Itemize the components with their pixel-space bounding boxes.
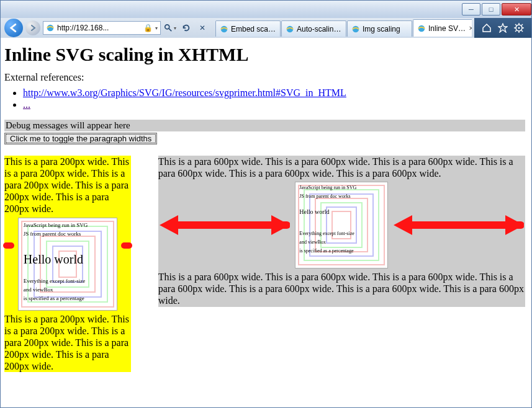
stop-button[interactable]: ✕ (196, 21, 209, 35)
debug-message-bar: Debug messages will appear here (4, 120, 525, 131)
svg-marker-19 (271, 215, 290, 235)
paragraph: This is a para 200px wide. This is a par… (4, 313, 131, 373)
titlebar: ─ □ ✕ (1, 1, 531, 18)
svg-line-16 (515, 30, 516, 32)
tab-close-icon[interactable]: ✕ (469, 25, 472, 32)
svg-text: Everything except font-size (24, 278, 85, 284)
paragraph: This is a para 600px wide. This is a par… (158, 156, 525, 179)
tab-label: Img scaling (363, 25, 400, 33)
svg-line-14 (521, 30, 523, 32)
tab-label: Auto-scaling a... (297, 25, 342, 33)
page-viewport[interactable]: Inline SVG scaling in XHTML External ref… (1, 38, 531, 407)
inline-svg: JavaScript being run in SVG JS from pare… (295, 182, 388, 268)
svg-wrapper: JavaScript being run in SVG JS from pare… (158, 179, 525, 271)
window-close-button[interactable]: ✕ (502, 3, 531, 16)
search-button[interactable]: ▾ (163, 21, 177, 35)
window-minimize-button[interactable]: ─ (462, 3, 480, 16)
list-item: ... (23, 99, 525, 110)
svg-text: is specified as a percentage (299, 248, 353, 254)
window-maximize-button[interactable]: □ (482, 3, 500, 16)
annotation-arrow-stub (3, 242, 14, 249)
svg-text: is specified as a percentage (24, 295, 84, 301)
svg-point-1 (165, 25, 169, 29)
svg-line-2 (169, 29, 171, 31)
svg-text: JavaScript being run in SVG (24, 222, 88, 228)
svg-text: and viewBox (299, 239, 325, 245)
ie-icon (286, 25, 294, 33)
svg-point-6 (418, 25, 425, 32)
ie-icon (351, 25, 360, 33)
forward-button[interactable] (25, 20, 40, 35)
command-bar (474, 18, 531, 38)
annotation-arrow-right (394, 213, 524, 237)
svg-point-8 (518, 27, 520, 29)
tab-img-scaling[interactable]: Img scaling (347, 20, 412, 37)
inline-svg: JavaScript being run in SVG JS from pare… (18, 218, 117, 311)
svg-line-15 (521, 24, 523, 25)
svg-text: JS from parent doc works (299, 193, 350, 199)
svg-text: Everything except font-size (299, 231, 354, 236)
tab-strip: Embed scaling Auto-scaling a... Img scal… (215, 19, 472, 37)
ie-icon (46, 24, 55, 32)
column-600: This is a para 600px wide. This is a par… (158, 156, 525, 307)
refresh-button[interactable] (179, 21, 193, 35)
ie-icon (417, 24, 426, 33)
tab-embed-scaling[interactable]: Embed scaling (215, 20, 281, 37)
page-title: Inline SVG scaling in XHTML (4, 44, 525, 65)
svg-point-0 (47, 25, 54, 32)
column-200: This is a para 200px wide. This is a par… (4, 156, 131, 373)
url-dropdown-icon[interactable]: ▾ (155, 25, 158, 31)
tab-label: Inline SVG s... (428, 24, 466, 33)
home-icon[interactable] (482, 23, 492, 33)
annotation-arrow-left (160, 213, 290, 237)
tab-inline-svg[interactable]: Inline SVG s... ✕ (413, 19, 472, 37)
browser-window: ─ □ ✕ http://192.168... 🔒 ▾ ▾ ✕ E (0, 0, 532, 408)
navigation-bar: http://192.168... 🔒 ▾ ▾ ✕ Embed scaling … (1, 18, 531, 38)
svg-point-3 (221, 25, 228, 32)
svg-marker-21 (394, 215, 412, 235)
svg-marker-18 (160, 215, 178, 235)
svg-text: Hello world (24, 252, 83, 267)
columns: This is a para 200px wide. This is a par… (4, 156, 525, 373)
paragraph: This is a para 200px wide. This is a par… (4, 156, 131, 215)
tab-label: Embed scaling (231, 25, 276, 33)
tab-auto-scaling[interactable]: Auto-scaling a... (281, 20, 346, 37)
reference-link[interactable]: ... (23, 99, 30, 110)
svg-point-5 (353, 25, 359, 32)
paragraph: This is a para 600px wide. This is a par… (158, 271, 525, 307)
toggle-widths-button[interactable]: Click me to toggle the paragraph widths (4, 133, 157, 144)
svg-line-13 (515, 24, 516, 25)
favorites-icon[interactable] (498, 23, 508, 33)
svg-text: JavaScript being run in SVG (299, 185, 356, 190)
svg-text: Hello world (299, 208, 329, 216)
svg-point-4 (287, 25, 294, 32)
svg-text: and viewBox (24, 286, 53, 293)
svg-marker-22 (505, 215, 524, 235)
address-bar[interactable]: http://192.168... 🔒 ▾ (43, 21, 161, 35)
svg-text: JS from parent doc works (24, 231, 81, 237)
annotation-arrow-stub (121, 242, 132, 249)
external-refs-label: External references: (4, 71, 525, 83)
list-item: http://www.w3.org/Graphics/SVG/IG/resour… (23, 87, 525, 99)
reference-link[interactable]: http://www.w3.org/Graphics/SVG/IG/resour… (23, 87, 346, 98)
back-button[interactable] (4, 19, 23, 37)
tools-icon[interactable] (514, 23, 524, 33)
url-text: http://192.168... (57, 24, 109, 32)
svg-wrapper: JavaScript being run in SVG JS from pare… (4, 215, 131, 313)
ie-icon (220, 25, 228, 33)
